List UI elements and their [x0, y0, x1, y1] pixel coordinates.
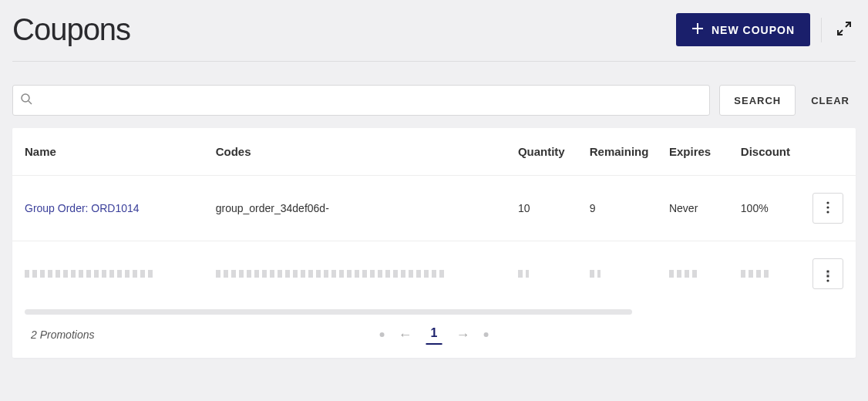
new-coupon-button[interactable]: NEW COUPON: [676, 13, 810, 46]
header-actions: NEW COUPON: [676, 13, 856, 46]
plus-icon: [691, 22, 704, 37]
coupons-table-card: Name Codes Quantity Remaining Expires Di…: [12, 128, 856, 358]
col-header-discount: Discount: [728, 128, 800, 176]
row-actions-button[interactable]: [812, 193, 843, 224]
arrow-left-icon: ←: [399, 327, 412, 342]
redacted-cell: [506, 241, 577, 307]
pager-first-dot-icon: [380, 332, 385, 337]
table-header-row: Name Codes Quantity Remaining Expires Di…: [12, 128, 856, 176]
kebab-icon: [826, 270, 829, 278]
svg-point-11: [826, 279, 829, 281]
expand-icon: [837, 26, 851, 38]
search-input[interactable]: [12, 85, 710, 116]
coupons-table: Name Codes Quantity Remaining Expires Di…: [12, 128, 856, 306]
search-button[interactable]: SEARCH: [719, 85, 796, 116]
col-header-remaining: Remaining: [577, 128, 657, 176]
coupon-quantity: 10: [506, 176, 577, 241]
table-footer: 2 Promotions ← 1 →: [12, 315, 856, 358]
coupon-discount: 100%: [728, 176, 800, 241]
redacted-cell: [657, 241, 728, 307]
svg-line-5: [29, 101, 32, 104]
pager-next-button[interactable]: →: [453, 325, 473, 345]
redacted-cell: [204, 241, 506, 307]
col-header-codes: Codes: [204, 128, 506, 176]
svg-point-9: [826, 270, 829, 272]
table-row: Group Order: ORD1014 group_order_34def06…: [12, 176, 856, 241]
pagination: ← 1 →: [380, 325, 489, 345]
new-coupon-label: NEW COUPON: [712, 24, 795, 36]
page-header: Coupons NEW COUPON: [12, 12, 856, 62]
search-wrap: [12, 85, 710, 116]
row-actions-button[interactable]: [812, 258, 843, 289]
search-bar: SEARCH CLEAR: [12, 85, 856, 116]
redacted-cell: [728, 241, 800, 307]
search-icon: [20, 93, 32, 108]
redacted-cell: [12, 241, 204, 307]
coupon-name-link[interactable]: Group Order: ORD1014: [25, 202, 140, 214]
col-header-quantity: Quantity: [506, 128, 577, 176]
horizontal-scrollbar[interactable]: [25, 309, 632, 315]
pager-prev-button[interactable]: ←: [395, 325, 415, 345]
pager-current-page[interactable]: 1: [426, 325, 442, 345]
divider: [821, 18, 822, 42]
coupon-remaining: 9: [577, 176, 657, 241]
clear-button[interactable]: CLEAR: [805, 95, 856, 106]
kebab-icon: [826, 201, 829, 216]
promotions-count: 2 Promotions: [31, 329, 94, 341]
pager-last-dot-icon: [483, 332, 488, 337]
page-title: Coupons: [12, 12, 130, 47]
table-row: [12, 241, 856, 307]
svg-point-7: [826, 206, 829, 208]
expand-button[interactable]: [833, 17, 856, 42]
arrow-right-icon: →: [456, 327, 469, 342]
svg-point-10: [826, 275, 829, 277]
coupon-codes: group_order_34def06d-: [204, 176, 506, 241]
coupon-expires: Never: [657, 176, 728, 241]
svg-point-4: [22, 94, 29, 102]
col-header-expires: Expires: [657, 128, 728, 176]
svg-point-8: [826, 211, 829, 213]
col-header-actions: [800, 128, 856, 176]
col-header-name: Name: [12, 128, 204, 176]
svg-point-6: [826, 201, 829, 204]
redacted-cell: [577, 241, 657, 307]
